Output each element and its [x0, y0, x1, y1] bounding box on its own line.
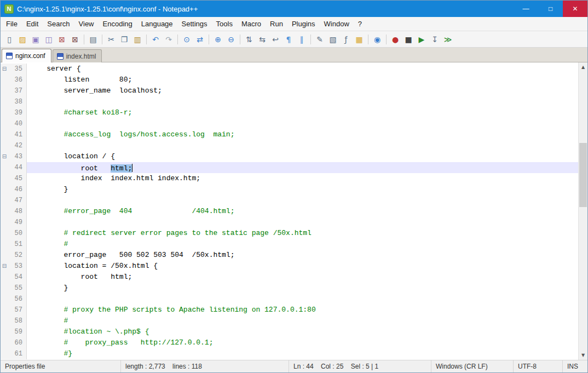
fold-margin: [1, 272, 8, 283]
close-file-icon[interactable]: ⊠: [56, 33, 68, 45]
code-line[interactable]: 39 #charset koi8-r;: [1, 107, 578, 118]
code-line[interactable]: 57 # proxy the PHP scripts to Apache lis…: [1, 305, 578, 315]
paste-icon[interactable]: ▥: [131, 33, 143, 45]
menu-item-macro[interactable]: Macro: [237, 18, 266, 30]
code-area[interactable]: ⊟35 server {36 listen 80;37 server_name …: [1, 62, 578, 360]
saved-file-icon: [6, 53, 13, 59]
code-line[interactable]: 41 #access_log logs/host.access.log main…: [1, 129, 578, 140]
find-icon[interactable]: ⊙: [181, 33, 193, 45]
zoom-out-icon[interactable]: ⊖: [225, 33, 237, 45]
close-all-icon[interactable]: ⊠: [69, 33, 81, 45]
code-line[interactable]: 44 root html;: [1, 162, 578, 173]
macro-save-icon[interactable]: ↧: [429, 33, 441, 45]
code-line[interactable]: 46 }: [1, 184, 578, 195]
menu-item-view[interactable]: View: [74, 18, 99, 30]
copy-icon[interactable]: ❐: [118, 33, 130, 45]
code-line[interactable]: 40: [1, 118, 578, 129]
macro-record-icon[interactable]: ●: [389, 33, 401, 45]
document-map-icon[interactable]: ▧: [327, 33, 339, 45]
print-icon[interactable]: ▤: [87, 33, 99, 45]
code-line[interactable]: ⊟43 location / {: [1, 151, 578, 162]
code-line[interactable]: 54 root html;: [1, 272, 578, 283]
undo-icon[interactable]: ↶: [149, 33, 162, 45]
fold-margin: [1, 206, 8, 217]
scroll-down-arrow-icon[interactable]: ▼: [579, 351, 587, 360]
cut-icon[interactable]: ✂: [105, 33, 117, 45]
menu-item-window[interactable]: Window: [320, 18, 354, 30]
code-line[interactable]: 47: [1, 195, 578, 206]
code-line-text: server_name localhost;: [27, 85, 578, 96]
code-line[interactable]: 51 #: [1, 239, 578, 250]
maximize-button[interactable]: □: [538, 1, 563, 17]
fold-marker-icon[interactable]: ⊟: [1, 261, 8, 272]
zoom-in-icon[interactable]: ⊕: [212, 33, 224, 45]
code-line-text: #location ~ \.php$ {: [27, 326, 578, 337]
line-number: 57: [8, 305, 27, 315]
menu-item-language[interactable]: Language: [137, 18, 177, 30]
save-icon[interactable]: ▣: [30, 33, 42, 45]
code-line-text: [27, 140, 578, 151]
monitoring-icon[interactable]: ◉: [371, 33, 383, 45]
line-number: 61: [8, 348, 27, 359]
fold-marker-icon[interactable]: ⊟: [1, 151, 8, 162]
scrollbar-thumb[interactable]: [579, 143, 587, 207]
new-file-icon[interactable]: ▯: [3, 33, 15, 45]
code-line[interactable]: 58 #: [1, 315, 578, 326]
fold-marker-icon[interactable]: ⊟: [1, 64, 8, 74]
menu-item-search[interactable]: Search: [43, 18, 74, 30]
menu-item-file[interactable]: File: [2, 18, 22, 30]
status-eol-format[interactable]: Windows (CR LF): [431, 360, 514, 372]
text-caret: [132, 164, 132, 172]
code-line[interactable]: ⊟53 location = /50x.html {: [1, 261, 578, 272]
code-line[interactable]: 37 server_name localhost;: [1, 85, 578, 96]
show-all-characters-icon[interactable]: ¶: [283, 33, 295, 45]
code-line[interactable]: 45 index index.html index.htm;: [1, 173, 578, 184]
code-line[interactable]: 56: [1, 294, 578, 305]
title-bar[interactable]: N C:\nginx-1.25.1\nginx-1.25.1\conf\ngin…: [1, 1, 587, 17]
user-defined-language-icon[interactable]: ✎: [314, 33, 326, 45]
code-line[interactable]: 59 #location ~ \.php$ {: [1, 326, 578, 337]
tab-index-html[interactable]: index.html: [53, 49, 102, 62]
code-line[interactable]: 42: [1, 140, 578, 151]
sync-horizontal-scroll-icon[interactable]: ⇆: [256, 33, 268, 45]
code-line[interactable]: 55 }: [1, 283, 578, 294]
status-insert-mode[interactable]: INS: [563, 360, 587, 372]
code-line-text: [27, 96, 578, 107]
menu-item-settings[interactable]: Settings: [177, 18, 212, 30]
save-all-icon[interactable]: ◫: [43, 33, 55, 45]
open-folder-icon[interactable]: ▨: [16, 33, 28, 45]
sync-vertical-scroll-icon[interactable]: ⇅: [243, 33, 255, 45]
menu-item-encoding[interactable]: Encoding: [99, 18, 137, 30]
minimize-button[interactable]: —: [514, 1, 538, 17]
status-length-lines: length : 2,773 lines : 118: [121, 360, 289, 372]
code-line[interactable]: 49: [1, 217, 578, 228]
menu-item-edit[interactable]: Edit: [22, 18, 43, 30]
replace-icon[interactable]: ⇄: [194, 33, 206, 45]
vertical-scrollbar[interactable]: ▲ ▼: [578, 62, 587, 360]
code-line[interactable]: 36 listen 80;: [1, 74, 578, 85]
code-line[interactable]: 50 # redirect server error pages to the …: [1, 228, 578, 239]
folder-as-workspace-icon[interactable]: ▦: [353, 33, 365, 45]
redo-icon[interactable]: ↷: [163, 33, 175, 45]
code-line[interactable]: 52 error_page 500 502 503 504 /50x.html;: [1, 250, 578, 261]
menu-item-tools[interactable]: Tools: [212, 18, 237, 30]
menu-item-run[interactable]: Run: [266, 18, 287, 30]
run-macro-multiple-icon[interactable]: ≫: [442, 33, 454, 45]
macro-stop-icon[interactable]: ■: [402, 33, 414, 45]
function-list-icon[interactable]: ƒ: [340, 33, 352, 45]
code-line[interactable]: 48 #error_page 404 /404.html;: [1, 206, 578, 217]
scroll-up-arrow-icon[interactable]: ▲: [579, 62, 587, 72]
code-line-text: #access_log logs/host.access.log main;: [27, 129, 578, 140]
menu-item-plugins[interactable]: Plugins: [287, 18, 320, 30]
tab-nginx-conf[interactable]: nginx.conf: [2, 49, 51, 62]
code-line[interactable]: 60 # proxy_pass http://127.0.0.1;: [1, 337, 578, 348]
menu-item-help[interactable]: ?: [354, 18, 366, 30]
code-line[interactable]: 61 #}: [1, 348, 578, 359]
macro-play-icon[interactable]: ▶: [416, 33, 428, 45]
status-encoding[interactable]: UTF-8: [514, 360, 563, 372]
word-wrap-icon[interactable]: ↩: [269, 33, 281, 45]
code-line[interactable]: 38: [1, 96, 578, 107]
code-line[interactable]: ⊟35 server {: [1, 64, 578, 74]
show-indent-guide-icon[interactable]: ∥: [296, 33, 308, 45]
close-button[interactable]: ✕: [563, 1, 587, 17]
